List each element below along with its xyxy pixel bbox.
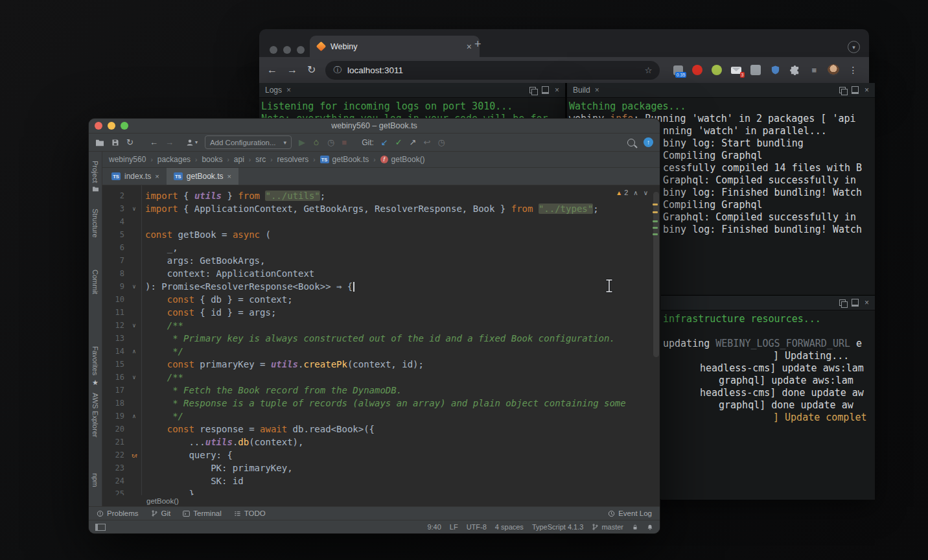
- navigate-back-icon[interactable]: ←: [150, 138, 158, 146]
- dock-window-icon[interactable]: [852, 299, 859, 307]
- event-log-button[interactable]: Event Log: [608, 509, 652, 517]
- line-number[interactable]: 4: [102, 217, 128, 226]
- run-icon[interactable]: ▶: [299, 138, 305, 146]
- code-line[interactable]: /**: [145, 319, 660, 332]
- code-line[interactable]: const getBook = async (: [145, 228, 660, 241]
- code-line[interactable]: * Primary key is always constructed out …: [145, 332, 660, 345]
- editor-tab-getBook.ts[interactable]: TSgetBook.ts×: [167, 168, 238, 185]
- open-folder-icon[interactable]: [95, 139, 104, 146]
- prev-problem-icon[interactable]: ∧: [633, 189, 638, 196]
- stripe-button-commit[interactable]: Commit: [89, 270, 102, 294]
- vcs-push-icon[interactable]: ↗: [410, 138, 417, 146]
- line-number[interactable]: 13: [102, 334, 128, 343]
- ide-minimize-button[interactable]: [108, 122, 115, 130]
- code-line[interactable]: PK: primaryKey,: [145, 461, 660, 474]
- fold-icon[interactable]: ∧: [128, 413, 141, 419]
- code-line[interactable]: _,: [145, 241, 660, 254]
- logs-close-icon[interactable]: ×: [555, 86, 559, 95]
- toolwindow-button-todo[interactable]: TODO: [234, 509, 266, 517]
- fold-icon[interactable]: ∧: [128, 348, 141, 355]
- code-line[interactable]: */: [145, 345, 660, 358]
- window-chevron-icon[interactable]: ▾: [848, 41, 860, 53]
- tab-close-icon[interactable]: ×: [155, 172, 159, 180]
- editor[interactable]: 23∨456789∨101112∨1314∧1516∨171819∧202122…: [102, 185, 660, 495]
- notifications-bell-icon[interactable]: [647, 524, 653, 531]
- line-number[interactable]: 19: [102, 412, 128, 421]
- stripe-button-aws-explorer[interactable]: AWS Explorer: [89, 393, 102, 438]
- line-number[interactable]: 6: [102, 243, 128, 252]
- build-tab[interactable]: Build: [573, 86, 590, 95]
- tab-close-icon[interactable]: ×: [227, 172, 231, 180]
- mail-extension-icon[interactable]: 3: [730, 64, 742, 76]
- fold-icon[interactable]: ∨: [128, 283, 141, 290]
- url-bar[interactable]: ⓘ localhost:3011 ☆: [325, 61, 660, 80]
- inspection-widget[interactable]: ▲ 2 ∧ ∨: [616, 189, 648, 196]
- breadcrumb-item[interactable]: packages: [157, 155, 191, 164]
- speed-extension-icon[interactable]: 0.35: [672, 64, 684, 76]
- line-number[interactable]: 17: [102, 386, 128, 395]
- fold-icon[interactable]: ∨: [128, 322, 141, 329]
- search-everywhere-icon[interactable]: [627, 139, 635, 146]
- editor-gutter[interactable]: 23∨456789∨101112∨1314∧1516∨171819∧202122…: [102, 185, 142, 495]
- browser-zoom-button[interactable]: [297, 46, 305, 54]
- save-icon[interactable]: [111, 139, 119, 146]
- line-number[interactable]: 18: [102, 399, 128, 408]
- line-number[interactable]: 24: [102, 476, 128, 485]
- breadcrumb-item[interactable]: webiny560: [109, 155, 146, 164]
- extensions-puzzle-icon[interactable]: [789, 64, 800, 76]
- profiler-icon[interactable]: ◷: [327, 138, 334, 146]
- line-number[interactable]: 11: [102, 308, 128, 317]
- float-window-icon[interactable]: [839, 299, 846, 306]
- gutter-mark-icon[interactable]: ↻↑: [128, 452, 141, 459]
- build-tab-close-icon[interactable]: ×: [595, 86, 599, 95]
- reading-list-icon[interactable]: ≡: [808, 64, 820, 76]
- deploy-close-icon[interactable]: ×: [864, 298, 869, 307]
- line-number[interactable]: 10: [102, 295, 128, 304]
- shield-extension-icon[interactable]: [769, 64, 781, 76]
- browser-tab[interactable]: Webiny ×: [310, 36, 480, 57]
- stripe-button-npm[interactable]: npm: [89, 473, 102, 487]
- stripe-button-favorites[interactable]: Favorites★: [89, 346, 102, 387]
- logs-tab-close-icon[interactable]: ×: [286, 86, 291, 95]
- code-line[interactable]: ...utils.db(context),: [145, 436, 660, 449]
- debug-bug-icon[interactable]: [312, 139, 320, 146]
- code-line[interactable]: ): Promise<ResolverResponse<Book>> ⇒ {: [145, 280, 660, 293]
- breadcrumb-item[interactable]: TSgetBook.ts: [320, 155, 369, 164]
- line-number[interactable]: 21: [102, 438, 128, 447]
- toolwindow-button-problems[interactable]: Problems: [97, 509, 139, 517]
- toolwindow-button-git[interactable]: Git: [151, 509, 171, 517]
- breadcrumb-item[interactable]: fgetBook(): [380, 155, 425, 164]
- line-number[interactable]: 7: [102, 256, 128, 265]
- code-line[interactable]: * Fetch the Book record from the DynamoD…: [145, 384, 660, 397]
- float-window-icon[interactable]: [839, 87, 846, 93]
- next-problem-icon[interactable]: ∨: [644, 189, 648, 196]
- code-line[interactable]: */: [145, 410, 660, 423]
- adblock-extension-icon[interactable]: [691, 64, 703, 76]
- new-tab-button[interactable]: +: [474, 38, 481, 51]
- profile-avatar[interactable]: [828, 64, 839, 76]
- ide-zoom-button[interactable]: [121, 122, 128, 130]
- line-number[interactable]: 3: [102, 204, 128, 213]
- ide-update-icon[interactable]: ↑: [644, 137, 653, 147]
- vcs-commit-icon[interactable]: ✓: [395, 138, 402, 146]
- breadcrumb-item[interactable]: resolvers: [277, 155, 309, 164]
- breadcrumb-item[interactable]: src: [255, 155, 266, 164]
- editor-tab-index.ts[interactable]: TSindex.ts×: [104, 168, 167, 185]
- code-line[interactable]: context: ApplicationContext: [145, 267, 660, 280]
- code-line[interactable]: const response = await db.read<Book>({: [145, 423, 660, 436]
- code-line[interactable]: SK: id: [145, 474, 660, 487]
- line-number[interactable]: 2: [102, 191, 128, 200]
- line-number[interactable]: 8: [102, 269, 128, 278]
- gray-extension-icon[interactable]: [750, 64, 761, 76]
- site-info-icon[interactable]: ⓘ: [333, 65, 342, 76]
- status-item[interactable]: LF: [450, 523, 458, 531]
- fold-icon[interactable]: ∨: [128, 205, 141, 212]
- breadcrumb-item[interactable]: books: [202, 155, 222, 164]
- code-line[interactable]: import { ApplicationContext, GetBookArgs…: [145, 202, 660, 215]
- browser-minimize-button[interactable]: [283, 46, 291, 54]
- scope-breadcrumb[interactable]: getBook(): [102, 495, 660, 506]
- status-item[interactable]: 4 spaces: [495, 523, 524, 531]
- breadcrumb-item[interactable]: api: [234, 155, 244, 164]
- stripe-button-structure[interactable]: Structure: [89, 209, 102, 238]
- back-icon[interactable]: ←: [267, 65, 277, 75]
